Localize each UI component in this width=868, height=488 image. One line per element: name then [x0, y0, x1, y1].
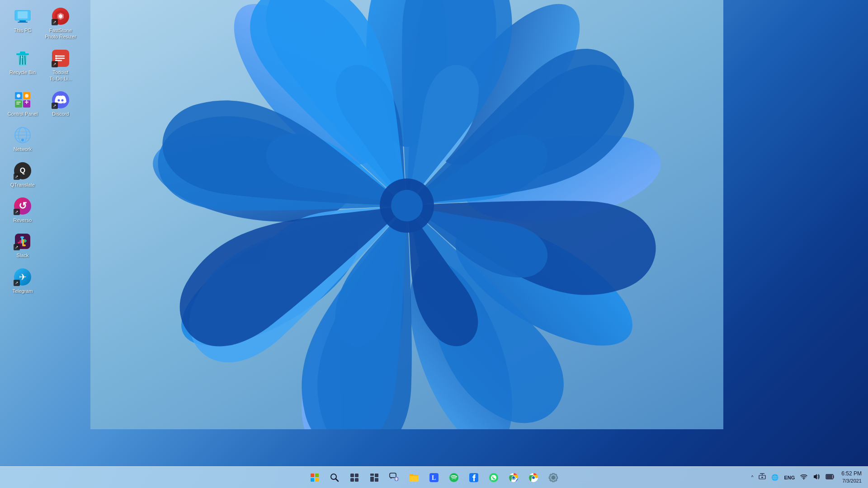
desktop-icon-recycle-bin[interactable]: Recycle Bin [5, 47, 41, 85]
win-logo-blue [311, 478, 314, 482]
reverso-label: Reverso [14, 217, 32, 223]
svg-rect-53 [375, 474, 378, 477]
qtranslate-icon: Q [14, 162, 32, 180]
svg-rect-52 [370, 474, 374, 476]
chat-button[interactable] [385, 469, 403, 487]
svg-rect-78 [826, 475, 832, 479]
win-logo-red [311, 474, 314, 477]
clock-date: 7/3/2021 [842, 478, 862, 484]
telegram-label: Telegram [12, 288, 33, 294]
svg-point-33 [58, 99, 60, 102]
spotify-button[interactable] [445, 469, 463, 487]
clock-time: 6:52 PM [841, 470, 862, 478]
lingoes-button[interactable]: L [425, 469, 443, 487]
control-panel-icon [14, 91, 32, 109]
tray-volume-icon[interactable] [811, 472, 821, 483]
desktop-icon-telegram[interactable]: ✈ Telegram [5, 265, 41, 297]
widgets-button[interactable] [365, 469, 383, 487]
svg-point-40 [21, 139, 24, 141]
facebook-button[interactable] [465, 469, 483, 487]
svg-rect-13 [18, 11, 28, 19]
desktop-row-1: This PC FastStonePhoto Resizer [5, 5, 79, 43]
desktop-icons-container: This PC FastStonePhoto Resizer [5, 5, 79, 297]
system-tray: ^ 🌐 ENG [750, 469, 864, 485]
todoist-label: TodoistTo-Do Li... [49, 69, 72, 82]
file-explorer-button[interactable] [405, 469, 423, 487]
search-button[interactable] [326, 469, 344, 487]
this-pc-icon [14, 7, 32, 25]
svg-rect-55 [375, 478, 378, 482]
svg-rect-31 [16, 102, 21, 103]
desktop-icon-network[interactable]: Network [5, 123, 41, 155]
svg-rect-50 [350, 478, 354, 482]
clock-display[interactable]: 6:52 PM 7/3/2021 [839, 469, 864, 485]
desktop-icon-qtranslate[interactable]: Q QTranslate [5, 159, 41, 191]
desktop-icon-discord[interactable]: Discord [42, 88, 79, 120]
svg-rect-49 [355, 474, 359, 477]
faststone-shortcut-arrow [52, 19, 58, 25]
svg-rect-18 [20, 52, 25, 54]
svg-point-22 [55, 55, 57, 57]
svg-rect-32 [16, 103, 19, 104]
desktop: This PC FastStonePhoto Resizer [0, 0, 868, 466]
svg-rect-15 [18, 22, 28, 23]
svg-rect-44 [24, 239, 26, 243]
svg-point-23 [55, 57, 57, 59]
chrome-button-2[interactable] [524, 469, 542, 487]
control-panel-label: Control Panel [8, 111, 38, 117]
svg-point-30 [25, 94, 28, 98]
tray-language[interactable]: ENG [783, 474, 796, 481]
reverso-icon: ↺ [14, 197, 32, 215]
reverso-shortcut-arrow [14, 209, 20, 215]
windows-logo [311, 474, 319, 482]
slack-shortcut-arrow [14, 244, 20, 250]
taskbar-center: L [306, 469, 562, 487]
svg-point-60 [449, 473, 458, 482]
slack-label: Slack [17, 252, 29, 258]
qtranslate-shortcut-arrow [14, 174, 20, 180]
discord-shortcut-arrow [52, 103, 58, 109]
todoist-shortcut-arrow [52, 61, 58, 67]
desktop-icon-reverso[interactable]: ↺ Reverso [5, 194, 41, 226]
svg-rect-74 [761, 477, 763, 478]
tray-expand-button[interactable]: ^ [750, 474, 755, 481]
chrome-button-1[interactable] [505, 469, 523, 487]
desktop-icon-faststone[interactable]: FastStonePhoto Resizer [42, 5, 79, 43]
discord-label: Discord [52, 111, 69, 117]
tray-network-icon[interactable] [757, 472, 767, 483]
desktop-icon-control-panel[interactable]: Control Panel [5, 88, 41, 120]
desktop-icon-todoist[interactable]: TodoistTo-Do Li... [42, 47, 79, 85]
svg-rect-56 [390, 473, 396, 478]
svg-line-19 [20, 56, 20, 65]
telegram-shortcut-arrow [14, 280, 20, 286]
faststone-icon [52, 7, 70, 25]
win-logo-green [315, 474, 319, 477]
tray-green-icon[interactable]: 🌐 [770, 473, 780, 482]
svg-rect-77 [833, 475, 834, 478]
start-button[interactable] [306, 469, 324, 487]
telegram-icon: ✈ [14, 268, 32, 286]
tray-wifi-icon[interactable] [799, 472, 809, 483]
whatsapp-button[interactable] [485, 469, 503, 487]
svg-point-70 [552, 476, 555, 479]
svg-point-66 [512, 476, 515, 479]
faststone-label: FastStonePhoto Resizer [45, 27, 76, 40]
tray-battery-icon[interactable] [824, 473, 836, 482]
show-desktop-button[interactable] [866, 467, 868, 488]
svg-point-75 [803, 479, 804, 479]
network-icon [14, 126, 32, 144]
desktop-row-2: Recycle Bin [5, 47, 79, 85]
svg-line-21 [25, 56, 25, 65]
settings-button[interactable] [544, 469, 562, 487]
desktop-icon-slack[interactable]: Slack [5, 230, 41, 261]
svg-rect-43 [20, 236, 24, 238]
todoist-icon [52, 49, 70, 67]
svg-rect-14 [19, 20, 26, 22]
this-pc-label: This PC [14, 27, 31, 33]
network-label: Network [14, 146, 32, 152]
desktop-icon-this-pc[interactable]: This PC [5, 5, 41, 43]
svg-rect-45 [22, 244, 26, 246]
qtranslate-label: QTranslate [10, 182, 35, 188]
svg-text:L: L [432, 474, 436, 481]
task-view-button[interactable] [345, 469, 363, 487]
